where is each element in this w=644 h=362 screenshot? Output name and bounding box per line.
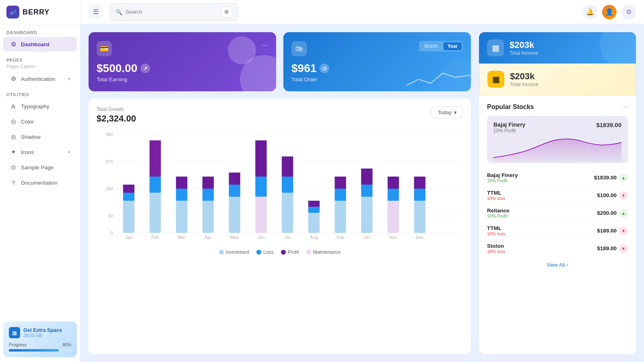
svg-text:Jan: Jan (125, 235, 132, 240)
svg-rect-18 (176, 201, 187, 233)
svg-rect-46 (361, 197, 372, 233)
stock-row-name: Stolon (487, 243, 505, 249)
svg-rect-27 (229, 185, 240, 197)
stock-row-status: 10% Profit (487, 178, 518, 183)
stock-row-status: 10% Profit (487, 214, 510, 218)
svg-text:180: 180 (105, 186, 113, 191)
pages-caption: Pages Caption (0, 64, 80, 71)
total-income-card-blue: ▦ $203k Total Income (479, 32, 636, 64)
filter-button[interactable]: ⚙ (221, 6, 232, 18)
stock-chart-card: Bajaj Finery 10% Profit $1839.00 (487, 116, 628, 163)
earning-info-icon: ↗ (140, 64, 150, 73)
progress-value: 80% (62, 342, 71, 347)
settings-icon[interactable]: ⚙ (621, 5, 636, 19)
legend-loss: Loss (256, 249, 273, 255)
legend-profit: Profit (281, 249, 299, 255)
avatar[interactable]: 👤 (602, 5, 617, 19)
sidebar-item-documentation-label: Documentation (21, 180, 58, 186)
svg-text:Apr: Apr (204, 235, 212, 240)
svg-rect-43 (335, 189, 346, 201)
stock-row-status: 10% loss (487, 196, 505, 201)
stock-chart-value: $1839.00 (596, 121, 621, 128)
bajaj-sparkline (493, 134, 621, 162)
svg-text:360: 360 (105, 132, 113, 137)
stock-row: TTML 10% loss $100.00 ▼ (487, 187, 628, 204)
sidebar-item-sample-label: Sample Page (21, 165, 54, 171)
sidebar-item-color-label: Color (21, 119, 34, 125)
tab-year[interactable]: Year (444, 42, 462, 50)
svg-rect-44 (335, 177, 346, 189)
content-area: 💳 ··· $500.00 ↗ Total Earning 🛍 (80, 24, 644, 362)
content-left: 💳 ··· $500.00 ↗ Total Earning 🛍 (89, 32, 471, 354)
income-label-yellow: Total Income (510, 82, 539, 87)
stock-row: Bajaj Finery 10% Profit $1839.00 ▲ (487, 169, 628, 187)
svg-rect-36 (282, 156, 293, 177)
total-order-card: 🛍 Month Year $961 ◷ Total Order (283, 32, 471, 91)
chevron-down-icon: ▾ (68, 76, 70, 82)
svg-text:Nov: Nov (389, 235, 397, 240)
tab-month[interactable]: Month (420, 42, 442, 50)
arrow-up-icon: ▲ (619, 173, 628, 182)
sidebar-item-icons-label: Icons (21, 149, 34, 155)
stocks-menu-icon[interactable]: ··· (622, 103, 628, 111)
svg-rect-52 (388, 177, 399, 189)
legend-dot-investment (219, 250, 224, 255)
stock-row-value: $189.00 (597, 228, 617, 234)
menu-button[interactable]: ☰ (89, 5, 103, 19)
view-all: View All › (487, 261, 628, 268)
extra-space-title: Get Extra Space (23, 327, 62, 333)
dashboard-icon: ⊙ (10, 41, 17, 48)
view-all-link[interactable]: View All › (547, 262, 568, 268)
svg-text:90: 90 (108, 214, 113, 218)
chevron-down-icon-3: ▾ (454, 109, 457, 115)
search-input[interactable] (126, 9, 218, 15)
svg-text:May: May (230, 235, 239, 240)
stock-row-value: $1839.00 (594, 175, 617, 181)
legend-dot-profit (281, 250, 286, 255)
documentation-icon: ? (10, 179, 17, 186)
sidebar-item-typography[interactable]: A Typography (3, 99, 77, 113)
content-right: ▦ $203k Total Income ▦ $203k Total Incom… (479, 32, 636, 354)
total-income-card-yellow: ▦ $203k Total Income (479, 64, 636, 95)
sidebar-item-color[interactable]: ◎ Color (3, 114, 77, 129)
svg-rect-24 (202, 177, 214, 189)
svg-rect-55 (414, 189, 425, 201)
sidebar-item-icons[interactable]: ✦ Icons ▾ (3, 145, 77, 159)
search-icon: 🔍 (116, 9, 122, 15)
sidebar-item-typography-label: Typography (21, 103, 50, 109)
typography-icon: A (10, 103, 17, 110)
stock-row-value: $100.00 (597, 192, 617, 198)
card-menu-icon[interactable]: ··· (262, 41, 268, 49)
svg-rect-39 (308, 207, 320, 213)
legend-dot-loss (256, 250, 261, 255)
topbar-right: 🔔 👤 ⚙ (583, 5, 636, 19)
sidebar-item-sample-page[interactable]: ⊙ Sample Page (3, 160, 77, 175)
sidebar-item-dashboard[interactable]: ⊙ Dashboard (3, 37, 77, 51)
dashboard-section-label: Dashboard (0, 25, 80, 37)
sidebar-item-shadow-label: Shadow (21, 134, 41, 140)
today-button[interactable]: Today ▾ (431, 107, 463, 118)
svg-rect-15 (149, 177, 161, 193)
stock-row-status: 10% loss (487, 249, 505, 254)
svg-rect-47 (361, 185, 372, 197)
extra-space-sub: 28/23 GB (23, 333, 62, 338)
legend-maintenance: Maintenance (306, 249, 341, 255)
svg-text:Mar: Mar (178, 235, 186, 240)
stock-row: TTML 10% loss $189.00 ▼ (487, 222, 628, 240)
income-bg-circle (600, 32, 636, 64)
arrow-down-icon: ▼ (619, 191, 628, 200)
svg-rect-31 (255, 177, 266, 197)
svg-rect-10 (123, 201, 134, 233)
sidebar-item-shadow[interactable]: ◎ Shadow (3, 130, 77, 144)
svg-text:270: 270 (105, 159, 113, 164)
icons-icon: ✦ (10, 148, 17, 156)
notification-icon[interactable]: 🔔 (583, 5, 597, 19)
svg-rect-22 (202, 201, 214, 233)
sidebar-item-documentation[interactable]: ? Documentation (3, 175, 77, 190)
order-info-icon: ◷ (320, 64, 329, 73)
sidebar-item-authentication[interactable]: ⚙ Authentication ▾ (3, 72, 77, 86)
shadow-icon: ◎ (10, 133, 17, 140)
svg-rect-28 (229, 173, 240, 185)
stock-row-name: TTML (487, 190, 505, 196)
arrow-up-icon: ▲ (619, 209, 628, 218)
